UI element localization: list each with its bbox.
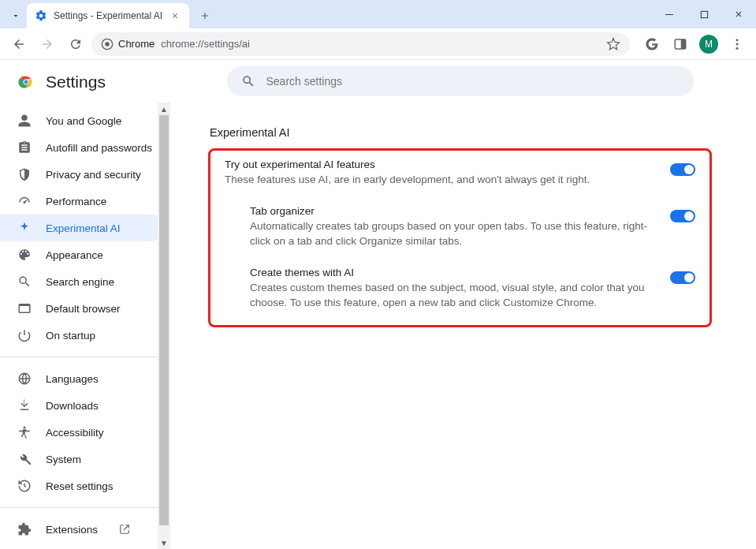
sidebar-item-search-engine[interactable]: Search engine [0,268,164,295]
scroll-up-icon[interactable]: ▲ [158,103,170,115]
globe-icon [17,372,32,386]
browser-toolbar: Chrome chrome://settings/ai M [0,28,756,60]
sidebar-item-label: Privacy and security [46,169,141,181]
clipboard-icon [17,140,32,155]
scrollbar-thumb[interactable] [159,115,169,525]
close-icon[interactable] [169,9,181,22]
open-in-new-icon [118,523,131,536]
reload-button[interactable] [63,32,88,57]
shield-icon [17,167,32,181]
svg-rect-0 [665,14,673,15]
back-button[interactable] [6,32,32,57]
svg-point-6 [736,39,739,41]
setting-description: These features use AI, are in early deve… [225,172,657,188]
experimental-ai-card: Try out experimental AI features These f… [208,148,712,327]
sidebar-item-label: Downloads [46,400,99,412]
sidebar-item-label: Autofill and passwords [46,142,152,154]
svg-rect-5 [681,39,686,49]
setting-title: Try out experimental AI features [225,159,657,170]
sidebar-item-label: Default browser [46,303,121,315]
search-icon [17,274,32,289]
sidebar-item-extensions[interactable]: Extensions [0,516,164,543]
site-chip-label: Chrome [118,38,155,50]
close-window-button[interactable] [721,0,756,28]
scroll-down-icon[interactable]: ▼ [158,536,170,549]
sidebar-item-label: Experimental AI [46,222,121,234]
sidebar-item-label: Languages [46,373,99,385]
setting-description: Automatically creates tab groups based o… [250,218,657,249]
sidebar-item-autofill[interactable]: Autofill and passwords [0,134,164,161]
side-panel-icon[interactable] [668,32,693,57]
person-icon [17,114,32,128]
sidebar-item-appearance[interactable]: Appearance [0,241,164,268]
url-text: chrome://settings/ai [161,38,250,50]
sparkle-icon [17,221,32,235]
sidebar-item-about[interactable]: About Chrome [0,543,164,549]
tab-search-button[interactable] [6,6,25,25]
svg-point-3 [105,42,109,46]
sidebar-scrollbar[interactable]: ▲ ▼ [158,103,170,549]
sidebar-item-label: Reset settings [46,480,114,492]
sidebar-item-on-startup[interactable]: On startup [0,322,164,349]
profile-avatar[interactable]: M [696,32,721,57]
toggle-create-themes[interactable] [670,271,695,284]
accessibility-icon [17,425,32,439]
download-icon [17,398,32,413]
sidebar-item-experimental-ai[interactable]: Experimental AI [0,215,164,241]
menu-button[interactable] [724,32,750,57]
sidebar-item-label: You and Google [46,115,121,127]
page-heading: Experimental AI [210,126,712,139]
sidebar-item-performance[interactable]: Performance [0,188,164,215]
power-icon [17,328,32,342]
svg-point-12 [24,202,25,204]
palette-icon [17,248,32,262]
wrench-icon [17,452,32,466]
sidebar-item-label: Extensions [46,524,98,536]
sidebar-item-label: Appearance [46,249,103,261]
svg-point-8 [736,47,739,49]
toggle-tab-organizer[interactable] [670,210,695,222]
sidebar-item-system[interactable]: System [0,446,164,472]
sidebar-item-accessibility[interactable]: Accessibility [0,419,164,446]
toggle-experimental-ai[interactable] [670,163,695,176]
minimize-button[interactable] [652,0,687,28]
settings-sidebar: Settings You and Google Autofill and pas… [0,60,170,549]
settings-main: Experimental AI Try out experimental AI … [170,60,756,549]
settings-search[interactable] [227,66,694,96]
maximize-button[interactable] [687,0,721,28]
setting-title: Create themes with AI [250,267,657,278]
extension-icon [17,522,32,536]
google-icon[interactable] [639,32,665,57]
svg-point-14 [24,427,26,429]
setting-title: Tab organizer [250,205,657,217]
browser-titlebar: Settings - Experimental AI [0,0,756,28]
window-controls [652,0,756,28]
setting-description: Creates custom themes based on the subje… [250,280,657,311]
tab-title: Settings - Experimental AI [54,10,162,21]
chrome-logo-icon [17,73,35,91]
search-input[interactable] [266,75,680,88]
gear-icon [35,9,47,22]
sidebar-item-label: On startup [46,330,95,342]
sidebar-item-languages[interactable]: Languages [0,365,164,392]
sidebar-item-reset[interactable]: Reset settings [0,472,164,499]
sidebar-item-label: Accessibility [46,427,104,439]
sidebar-item-label: System [46,454,81,465]
bookmark-star-icon[interactable] [606,37,620,51]
browser-tab[interactable]: Settings - Experimental AI [27,3,189,28]
svg-point-7 [736,43,739,45]
forward-button[interactable] [35,32,60,57]
svg-rect-1 [701,11,707,17]
sidebar-item-label: Performance [46,196,106,207]
sidebar-item-default-browser[interactable]: Default browser [0,295,164,322]
sidebar-item-downloads[interactable]: Downloads [0,392,164,419]
new-tab-button[interactable] [194,5,216,27]
settings-heading: Settings [46,73,106,92]
sidebar-divider [0,507,164,508]
address-bar[interactable]: Chrome chrome://settings/ai [91,32,630,56]
speedometer-icon [17,194,32,208]
sidebar-item-you-and-google[interactable]: You and Google [0,107,164,134]
sidebar-item-privacy[interactable]: Privacy and security [0,161,164,188]
site-info-chip[interactable]: Chrome [101,38,155,50]
sidebar-item-label: Search engine [46,276,114,288]
